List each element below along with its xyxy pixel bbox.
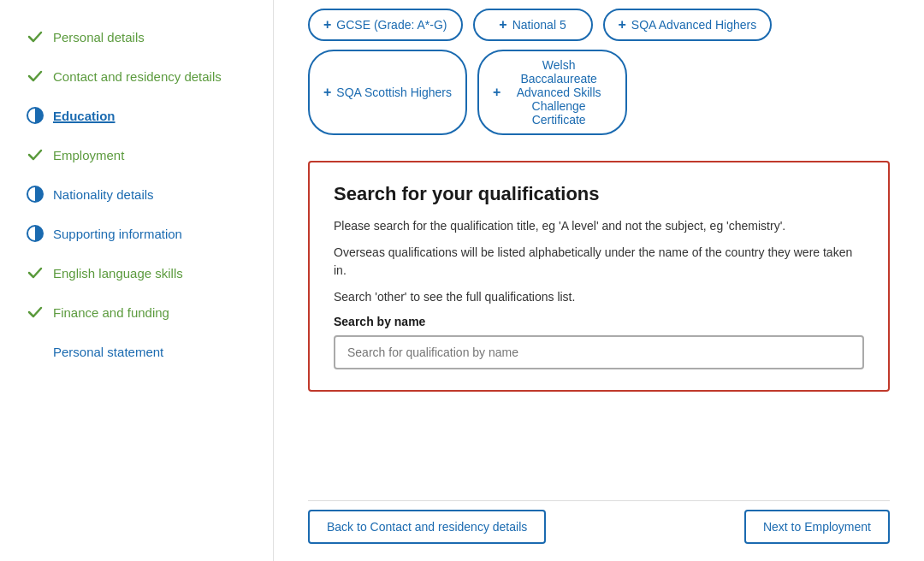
search-input[interactable]: [334, 335, 864, 369]
pill-national5-label: National 5: [512, 18, 566, 32]
half-circle-icon: [26, 185, 44, 204]
search-desc-3: Search 'other' to see the full qualifica…: [334, 288, 864, 306]
sidebar-item-english-language[interactable]: English language skills: [26, 253, 256, 292]
check-icon: [26, 303, 44, 322]
sidebar-item-nationality[interactable]: Nationality details: [26, 174, 256, 214]
half-circle-icon: [26, 224, 44, 243]
sidebar-item-supporting-info[interactable]: Supporting information: [26, 214, 256, 253]
sidebar-label-finance-funding: Finance and funding: [53, 305, 169, 320]
sidebar-item-personal-statement[interactable]: Personal statement: [26, 332, 256, 371]
sidebar-item-finance-funding[interactable]: Finance and funding: [26, 292, 256, 332]
plus-icon: +: [323, 85, 331, 100]
sidebar: Personal details Contact and residency d…: [0, 0, 274, 561]
plus-icon: +: [499, 17, 506, 32]
search-desc-2: Overseas qualifications will be listed a…: [334, 244, 864, 280]
check-icon: [26, 145, 44, 164]
pill-sqa-advanced-highers-label: SQA Advanced Highers: [631, 18, 756, 32]
check-icon: [26, 27, 44, 46]
search-by-name-label: Search by name: [334, 315, 864, 328]
search-title: Search for your qualifications: [334, 183, 864, 205]
next-button[interactable]: Next to Employment: [744, 510, 890, 544]
sidebar-item-employment[interactable]: Employment: [26, 135, 256, 174]
sidebar-label-personal-details: Personal details: [53, 30, 145, 44]
check-icon: [26, 263, 44, 282]
pill-sqa-scottish-highers[interactable]: + SQA Scottish Highers: [308, 50, 467, 135]
sidebar-label-contact-residency: Contact and residency details: [53, 69, 222, 84]
pills-row-2: + SQA Scottish Highers + Welsh Baccalaur…: [308, 50, 890, 135]
sidebar-item-contact-residency[interactable]: Contact and residency details: [26, 56, 256, 96]
plus-icon: +: [619, 17, 626, 32]
search-desc-1: Please search for the qualification titl…: [334, 217, 864, 235]
main-content: + GCSE (Grade: A*-G) + National 5 + SQA …: [274, 0, 924, 561]
search-section: Search for your qualifications Please se…: [308, 161, 890, 392]
sidebar-label-english-language: English language skills: [53, 266, 183, 280]
pill-sqa-advanced-highers[interactable]: + SQA Advanced Highers: [603, 9, 773, 41]
sidebar-item-personal-details[interactable]: Personal details: [26, 17, 256, 56]
sidebar-label-nationality: Nationality details: [53, 187, 154, 202]
pill-gcse[interactable]: + GCSE (Grade: A*-G): [308, 9, 463, 41]
sidebar-label-supporting-info: Supporting information: [53, 227, 182, 241]
sidebar-label-education: Education: [53, 109, 116, 123]
pill-national5[interactable]: + National 5: [473, 9, 593, 41]
pill-welsh-bacc[interactable]: + Welsh Baccalaureate Advanced Skills Ch…: [477, 50, 627, 135]
sidebar-label-employment: Employment: [53, 148, 124, 162]
plus-icon: +: [493, 85, 500, 100]
spacer-icon: [26, 342, 44, 361]
pills-row-1: + GCSE (Grade: A*-G) + National 5 + SQA …: [308, 9, 890, 41]
pill-welsh-bacc-label: Welsh Baccalaureate Advanced Skills Chal…: [506, 58, 612, 127]
check-icon: [26, 67, 44, 86]
half-circle-icon: [26, 106, 44, 125]
bottom-nav: Back to Contact and residency details Ne…: [308, 500, 890, 544]
back-button[interactable]: Back to Contact and residency details: [308, 510, 546, 544]
sidebar-item-education[interactable]: Education: [26, 96, 256, 135]
sidebar-label-personal-statement: Personal statement: [53, 345, 163, 359]
pill-gcse-label: GCSE (Grade: A*-G): [336, 18, 447, 32]
pill-sqa-scottish-highers-label: SQA Scottish Highers: [336, 86, 452, 99]
plus-icon: +: [323, 17, 331, 32]
